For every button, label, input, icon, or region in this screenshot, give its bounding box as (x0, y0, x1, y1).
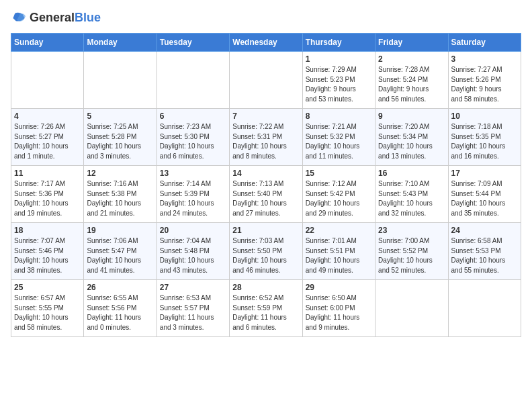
calendar-cell: 26Sunrise: 6:55 AM Sunset: 5:56 PM Dayli… (84, 280, 157, 337)
weekday-header-monday: Monday (84, 34, 157, 52)
day-number: 14 (232, 169, 299, 178)
day-info: Sunrise: 7:18 AM Sunset: 5:35 PM Dayligh… (451, 122, 518, 161)
day-info: Sunrise: 7:27 AM Sunset: 5:26 PM Dayligh… (451, 65, 518, 104)
day-info: Sunrise: 7:10 AM Sunset: 5:43 PM Dayligh… (378, 179, 445, 218)
logo: GeneralBlue (11, 11, 101, 25)
calendar-cell: 28Sunrise: 6:52 AM Sunset: 5:59 PM Dayli… (230, 280, 302, 337)
calendar-cell: 21Sunrise: 7:03 AM Sunset: 5:50 PM Dayli… (230, 223, 302, 280)
calendar-cell (11, 52, 84, 109)
calendar-cell: 20Sunrise: 7:04 AM Sunset: 5:48 PM Dayli… (157, 223, 229, 280)
calendar-cell: 17Sunrise: 7:09 AM Sunset: 5:44 PM Dayli… (448, 166, 521, 223)
day-info: Sunrise: 7:21 AM Sunset: 5:32 PM Dayligh… (306, 122, 372, 161)
calendar-cell: 19Sunrise: 7:06 AM Sunset: 5:47 PM Dayli… (84, 223, 157, 280)
day-number: 6 (160, 111, 226, 121)
weekday-header-saturday: Saturday (448, 34, 521, 52)
weekday-header-friday: Friday (375, 34, 448, 52)
day-number: 27 (160, 283, 226, 292)
calendar-week-row: 11Sunrise: 7:17 AM Sunset: 5:36 PM Dayli… (11, 166, 521, 223)
day-info: Sunrise: 6:52 AM Sunset: 5:59 PM Dayligh… (232, 293, 299, 332)
calendar-cell: 5Sunrise: 7:25 AM Sunset: 5:28 PM Daylig… (84, 109, 157, 166)
day-info: Sunrise: 7:03 AM Sunset: 5:50 PM Dayligh… (232, 236, 299, 275)
calendar-cell (375, 280, 448, 337)
day-info: Sunrise: 7:09 AM Sunset: 5:44 PM Dayligh… (451, 179, 518, 218)
calendar-cell: 13Sunrise: 7:14 AM Sunset: 5:39 PM Dayli… (157, 166, 229, 223)
day-number: 23 (378, 226, 445, 235)
day-info: Sunrise: 6:58 AM Sunset: 5:53 PM Dayligh… (451, 236, 518, 275)
calendar-week-row: 1Sunrise: 7:29 AM Sunset: 5:23 PM Daylig… (11, 52, 521, 109)
weekday-header-thursday: Thursday (302, 34, 375, 52)
day-number: 3 (451, 54, 518, 64)
day-number: 28 (232, 283, 299, 292)
calendar-cell: 18Sunrise: 7:07 AM Sunset: 5:46 PM Dayli… (11, 223, 84, 280)
day-number: 5 (87, 111, 153, 121)
day-info: Sunrise: 7:13 AM Sunset: 5:40 PM Dayligh… (232, 179, 299, 218)
day-info: Sunrise: 7:14 AM Sunset: 5:39 PM Dayligh… (160, 179, 226, 218)
day-number: 9 (378, 111, 445, 121)
day-info: Sunrise: 7:23 AM Sunset: 5:30 PM Dayligh… (160, 122, 226, 161)
calendar-cell: 23Sunrise: 7:00 AM Sunset: 5:52 PM Dayli… (375, 223, 448, 280)
day-number: 13 (160, 169, 226, 178)
day-number: 17 (451, 169, 518, 178)
calendar-cell (448, 280, 521, 337)
day-number: 8 (306, 111, 372, 121)
calendar-cell: 1Sunrise: 7:29 AM Sunset: 5:23 PM Daylig… (302, 52, 375, 109)
day-number: 4 (14, 111, 81, 121)
day-number: 2 (378, 54, 445, 64)
day-number: 26 (87, 283, 153, 292)
day-number: 29 (306, 283, 372, 292)
calendar-cell: 11Sunrise: 7:17 AM Sunset: 5:36 PM Dayli… (11, 166, 84, 223)
calendar-week-row: 4Sunrise: 7:26 AM Sunset: 5:27 PM Daylig… (11, 109, 521, 166)
day-number: 20 (160, 226, 226, 235)
calendar-cell: 12Sunrise: 7:16 AM Sunset: 5:38 PM Dayli… (84, 166, 157, 223)
calendar-cell: 6Sunrise: 7:23 AM Sunset: 5:30 PM Daylig… (157, 109, 229, 166)
day-number: 11 (14, 169, 81, 178)
day-info: Sunrise: 6:55 AM Sunset: 5:56 PM Dayligh… (87, 293, 153, 332)
day-info: Sunrise: 7:29 AM Sunset: 5:23 PM Dayligh… (306, 65, 372, 104)
day-info: Sunrise: 7:26 AM Sunset: 5:27 PM Dayligh… (14, 122, 81, 161)
day-number: 18 (14, 226, 81, 235)
calendar-cell (157, 52, 229, 109)
calendar-cell: 8Sunrise: 7:21 AM Sunset: 5:32 PM Daylig… (302, 109, 375, 166)
weekday-header-sunday: Sunday (11, 34, 84, 52)
day-info: Sunrise: 6:53 AM Sunset: 5:57 PM Dayligh… (160, 293, 226, 332)
calendar-cell: 3Sunrise: 7:27 AM Sunset: 5:26 PM Daylig… (448, 52, 521, 109)
day-number: 16 (378, 169, 445, 178)
calendar-cell: 22Sunrise: 7:01 AM Sunset: 5:51 PM Dayli… (302, 223, 375, 280)
day-info: Sunrise: 7:16 AM Sunset: 5:38 PM Dayligh… (87, 179, 153, 218)
day-info: Sunrise: 6:57 AM Sunset: 5:55 PM Dayligh… (14, 293, 81, 332)
calendar-week-row: 18Sunrise: 7:07 AM Sunset: 5:46 PM Dayli… (11, 223, 521, 280)
day-number: 22 (306, 226, 372, 235)
weekday-header-tuesday: Tuesday (157, 34, 229, 52)
day-number: 10 (451, 111, 518, 121)
day-info: Sunrise: 6:50 AM Sunset: 6:00 PM Dayligh… (306, 293, 372, 332)
calendar-week-row: 25Sunrise: 6:57 AM Sunset: 5:55 PM Dayli… (11, 280, 521, 337)
calendar-cell: 16Sunrise: 7:10 AM Sunset: 5:43 PM Dayli… (375, 166, 448, 223)
day-number: 15 (306, 169, 372, 178)
day-info: Sunrise: 7:28 AM Sunset: 5:24 PM Dayligh… (378, 65, 445, 104)
calendar-cell: 4Sunrise: 7:26 AM Sunset: 5:27 PM Daylig… (11, 109, 84, 166)
calendar-cell: 7Sunrise: 7:22 AM Sunset: 5:31 PM Daylig… (230, 109, 302, 166)
day-info: Sunrise: 7:04 AM Sunset: 5:48 PM Dayligh… (160, 236, 226, 275)
calendar-cell: 29Sunrise: 6:50 AM Sunset: 6:00 PM Dayli… (302, 280, 375, 337)
calendar-cell: 2Sunrise: 7:28 AM Sunset: 5:24 PM Daylig… (375, 52, 448, 109)
calendar-cell: 25Sunrise: 6:57 AM Sunset: 5:55 PM Dayli… (11, 280, 84, 337)
calendar-cell (84, 52, 157, 109)
weekday-header-row: SundayMondayTuesdayWednesdayThursdayFrid… (11, 34, 521, 52)
page-header: GeneralBlue (11, 11, 521, 25)
weekday-header-wednesday: Wednesday (230, 34, 302, 52)
day-info: Sunrise: 7:25 AM Sunset: 5:28 PM Dayligh… (87, 122, 153, 161)
day-info: Sunrise: 7:06 AM Sunset: 5:47 PM Dayligh… (87, 236, 153, 275)
calendar-cell: 24Sunrise: 6:58 AM Sunset: 5:53 PM Dayli… (448, 223, 521, 280)
day-number: 1 (306, 54, 372, 64)
calendar-table: SundayMondayTuesdayWednesdayThursdayFrid… (11, 33, 521, 337)
calendar-cell: 9Sunrise: 7:20 AM Sunset: 5:34 PM Daylig… (375, 109, 448, 166)
day-info: Sunrise: 7:12 AM Sunset: 5:42 PM Dayligh… (306, 179, 372, 218)
day-number: 21 (232, 226, 299, 235)
calendar-cell: 27Sunrise: 6:53 AM Sunset: 5:57 PM Dayli… (157, 280, 229, 337)
day-info: Sunrise: 7:07 AM Sunset: 5:46 PM Dayligh… (14, 236, 81, 275)
logo-blue-text: Blue (75, 11, 101, 24)
day-number: 12 (87, 169, 153, 178)
logo-icon (11, 11, 27, 25)
day-number: 25 (14, 283, 81, 292)
day-number: 24 (451, 226, 518, 235)
